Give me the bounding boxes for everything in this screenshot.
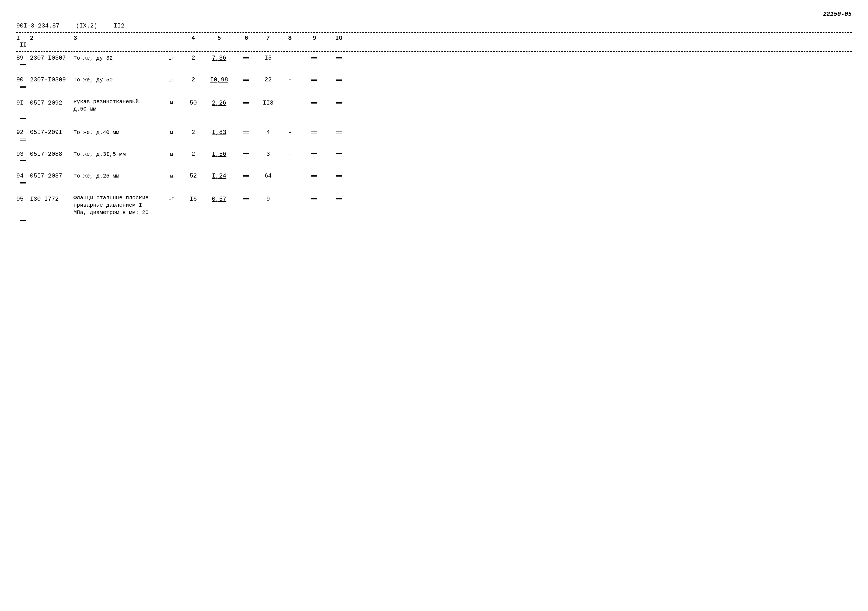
table-row: 95I30-I772Фланцы стальные плоские привар… (16, 194, 852, 225)
row-col11 (16, 216, 30, 225)
row-num: 92 (16, 129, 30, 136)
row-col6 (234, 98, 259, 107)
row-col7: 22 (259, 76, 277, 83)
row-num: 89 (16, 55, 30, 62)
row-col10 (327, 55, 351, 62)
col-header-4: 4 (182, 35, 204, 42)
row-price: I,56 (204, 151, 234, 158)
row-unit: м (161, 174, 182, 179)
row-col10 (327, 129, 351, 136)
row-col7: 3 (259, 151, 277, 158)
row-col9 (302, 151, 327, 158)
row-unit: м (161, 98, 182, 105)
row-qty: 2 (182, 151, 204, 158)
row-qty: 50 (182, 98, 204, 107)
row-col8: - (277, 98, 302, 107)
row-col10 (327, 151, 351, 158)
row-col11 (16, 136, 30, 143)
row-desc: Фланцы стальные плоские приварные давлен… (73, 194, 161, 216)
page-number: II2 (114, 23, 125, 29)
row-col9 (302, 173, 327, 180)
header-row: 90I-3-234.87 (IX.2) II2 (16, 23, 852, 29)
table-row: 9I05I7-2092Рукав резинотканевый д.50 ммм… (16, 98, 852, 121)
row-num: 95 (16, 194, 30, 203)
row-col9 (302, 55, 327, 62)
row-col6 (234, 173, 259, 180)
row-desc: Рукав резинотканевый д.50 мм (73, 98, 161, 113)
table-row: 892307-I0307То же, ду 32шт27,36 I5- (16, 54, 852, 68)
row-code: I30-I772 (30, 194, 73, 203)
row-desc: То же, д.40 мм (73, 129, 161, 136)
row-price: I0,98 (204, 76, 234, 83)
row-price: 0,57 (204, 194, 234, 203)
row-desc: То же, ду 32 (73, 54, 161, 62)
table-body: 892307-I0307То же, ду 32шт27,36 I5- 9023… (16, 54, 852, 225)
row-col8: - (277, 194, 302, 203)
row-num: 93 (16, 151, 30, 158)
row-code: 05I7-2087 (30, 173, 73, 180)
row-col6 (234, 129, 259, 136)
row-col9 (302, 98, 327, 107)
row-desc: То же, д.3I,5 мм (73, 150, 161, 158)
row-col7: I5 (259, 55, 277, 62)
row-col8: - (277, 76, 302, 83)
table-row: 9405I7-2087То же, д.25 ммм52I,24 64- (16, 172, 852, 186)
row-desc: То же, ду 50 (73, 76, 161, 84)
row-qty: 2 (182, 129, 204, 136)
row-unit: м (161, 152, 182, 157)
table-row: 902307-I0309То же, ду 50шт2I0,98 22- (16, 76, 852, 90)
section: (IX.2) (76, 23, 97, 29)
col-header-3: 3 (73, 35, 161, 42)
row-col10 (327, 98, 351, 107)
row-col9 (302, 76, 327, 83)
doc-number: 90I-3-234.87 (16, 23, 59, 29)
row-col9 (302, 129, 327, 136)
row-qty: 2 (182, 76, 204, 83)
col-header-5: 5 (204, 35, 234, 42)
row-qty: 52 (182, 173, 204, 180)
row-col8: - (277, 151, 302, 158)
row-col7: 64 (259, 173, 277, 180)
column-headers: I 2 3 4 5 6 7 8 9 IO II (16, 33, 852, 50)
row-num: 9I (16, 98, 30, 107)
row-col6 (234, 151, 259, 158)
row-col9 (302, 194, 327, 203)
col-header-7: 7 (259, 35, 277, 42)
row-col8: - (277, 55, 302, 62)
row-price: 2,26 (204, 98, 234, 107)
col-header-2: 2 (30, 35, 73, 42)
col-header-6: 6 (234, 35, 259, 42)
row-unit: м (161, 130, 182, 135)
col-header-1: I (16, 35, 30, 42)
row-desc: То же, д.25 мм (73, 172, 161, 180)
row-col6 (234, 194, 259, 203)
divider-mid (16, 51, 852, 52)
row-code: 2307-I0309 (30, 76, 73, 83)
row-code: 2307-I0307 (30, 55, 73, 62)
row-qty: I6 (182, 194, 204, 203)
row-unit: шт (161, 78, 182, 83)
table-row: 9205I7-209IТо же, д.40 ммм2I,83 4- (16, 129, 852, 143)
row-col11 (16, 180, 30, 186)
col-header-8: 8 (277, 35, 302, 42)
row-col10 (327, 76, 351, 83)
row-col10 (327, 173, 351, 180)
col-header-11: II (16, 42, 30, 48)
page-id: 22150-05 (16, 11, 852, 18)
row-num: 90 (16, 76, 30, 83)
row-code: 05I7-209I (30, 129, 73, 136)
row-col7: 4 (259, 129, 277, 136)
row-price: I,24 (204, 173, 234, 180)
table-row: 9305I7-2088То же, д.3I,5 ммм2I,56 3- (16, 150, 852, 165)
row-price: I,83 (204, 129, 234, 136)
row-unit: шт (161, 56, 182, 61)
row-col11 (16, 84, 30, 90)
row-qty: 2 (182, 55, 204, 62)
row-unit: шт (161, 194, 182, 201)
col-header-9: 9 (302, 35, 327, 42)
col-header-10: IO (327, 35, 351, 42)
row-col11 (16, 62, 30, 68)
row-code: 05I7-2088 (30, 151, 73, 158)
row-col7: 9 (259, 194, 277, 203)
row-col11 (16, 158, 30, 165)
